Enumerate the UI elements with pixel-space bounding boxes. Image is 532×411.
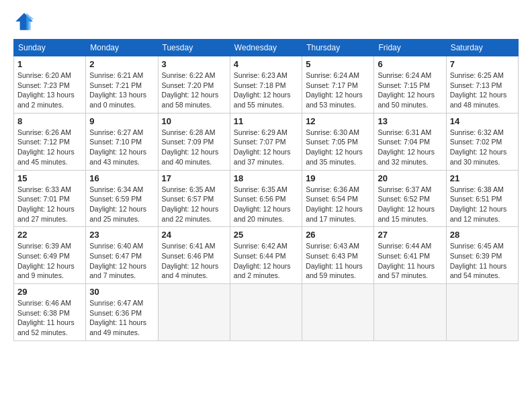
calendar-cell (302, 284, 374, 341)
day-number: 10 (162, 116, 226, 126)
calendar-week-row: 8 Sunrise: 6:26 AM Sunset: 7:12 PM Dayli… (14, 113, 519, 170)
calendar-cell: 16 Sunrise: 6:34 AM Sunset: 6:59 PM Dayl… (86, 170, 158, 227)
day-info: Sunrise: 6:28 AM Sunset: 7:09 PM Dayligh… (162, 128, 226, 167)
day-number: 23 (89, 230, 154, 240)
day-number: 21 (450, 173, 515, 183)
col-header-friday: Friday (374, 40, 446, 56)
calendar-cell: 21 Sunrise: 6:38 AM Sunset: 6:51 PM Dayl… (446, 170, 518, 227)
day-number: 12 (306, 116, 370, 126)
day-number: 17 (162, 173, 226, 183)
calendar-cell: 19 Sunrise: 6:36 AM Sunset: 6:54 PM Dayl… (302, 170, 374, 227)
day-number: 16 (89, 173, 154, 183)
day-info: Sunrise: 6:35 AM Sunset: 6:57 PM Dayligh… (162, 185, 226, 224)
day-info: Sunrise: 6:47 AM Sunset: 6:36 PM Dayligh… (89, 298, 154, 338)
day-number: 19 (306, 173, 370, 183)
day-number: 2 (89, 59, 154, 69)
day-number: 9 (89, 116, 154, 126)
calendar-cell: 2 Sunrise: 6:21 AM Sunset: 7:21 PM Dayli… (86, 56, 158, 113)
day-info: Sunrise: 6:31 AM Sunset: 7:04 PM Dayligh… (378, 128, 442, 167)
day-number: 7 (450, 59, 515, 69)
day-number: 11 (234, 116, 298, 126)
day-info: Sunrise: 6:22 AM Sunset: 7:20 PM Dayligh… (162, 71, 226, 110)
calendar-cell: 28 Sunrise: 6:45 AM Sunset: 6:39 PM Dayl… (446, 227, 518, 284)
calendar-cell: 10 Sunrise: 6:28 AM Sunset: 7:09 PM Dayl… (158, 113, 230, 170)
calendar-page: SundayMondayTuesdayWednesdayThursdayFrid… (0, 0, 532, 411)
day-info: Sunrise: 6:36 AM Sunset: 6:54 PM Dayligh… (306, 185, 370, 224)
col-header-tuesday: Tuesday (158, 40, 230, 56)
day-info: Sunrise: 6:20 AM Sunset: 7:23 PM Dayligh… (17, 71, 82, 110)
calendar-cell: 1 Sunrise: 6:20 AM Sunset: 7:23 PM Dayli… (14, 56, 86, 113)
calendar-cell: 7 Sunrise: 6:25 AM Sunset: 7:13 PM Dayli… (446, 56, 518, 113)
calendar-cell: 24 Sunrise: 6:41 AM Sunset: 6:46 PM Dayl… (158, 227, 230, 284)
calendar-cell: 15 Sunrise: 6:33 AM Sunset: 7:01 PM Dayl… (14, 170, 86, 227)
day-number: 14 (450, 116, 515, 126)
day-info: Sunrise: 6:32 AM Sunset: 7:02 PM Dayligh… (450, 128, 515, 167)
day-info: Sunrise: 6:38 AM Sunset: 6:51 PM Dayligh… (450, 185, 515, 224)
day-info: Sunrise: 6:35 AM Sunset: 6:56 PM Dayligh… (234, 185, 298, 224)
calendar-cell: 23 Sunrise: 6:40 AM Sunset: 6:47 PM Dayl… (86, 227, 158, 284)
calendar-header-row: SundayMondayTuesdayWednesdayThursdayFrid… (14, 40, 519, 56)
day-number: 4 (234, 59, 298, 69)
calendar-cell: 12 Sunrise: 6:30 AM Sunset: 7:05 PM Dayl… (302, 113, 374, 170)
day-number: 28 (450, 230, 515, 240)
day-info: Sunrise: 6:45 AM Sunset: 6:39 PM Dayligh… (450, 241, 515, 281)
calendar-cell: 6 Sunrise: 6:24 AM Sunset: 7:15 PM Dayli… (374, 56, 446, 113)
calendar-cell: 27 Sunrise: 6:44 AM Sunset: 6:41 PM Dayl… (374, 227, 446, 284)
calendar-cell: 13 Sunrise: 6:31 AM Sunset: 7:04 PM Dayl… (374, 113, 446, 170)
calendar-cell: 8 Sunrise: 6:26 AM Sunset: 7:12 PM Dayli… (14, 113, 86, 170)
day-number: 30 (89, 287, 154, 297)
calendar-cell: 5 Sunrise: 6:24 AM Sunset: 7:17 PM Dayli… (302, 56, 374, 113)
day-number: 8 (17, 116, 82, 126)
day-info: Sunrise: 6:46 AM Sunset: 6:38 PM Dayligh… (17, 298, 82, 338)
day-info: Sunrise: 6:42 AM Sunset: 6:44 PM Dayligh… (234, 241, 298, 281)
calendar-cell: 25 Sunrise: 6:42 AM Sunset: 6:44 PM Dayl… (230, 227, 302, 284)
calendar-cell: 22 Sunrise: 6:39 AM Sunset: 6:49 PM Dayl… (14, 227, 86, 284)
day-info: Sunrise: 6:33 AM Sunset: 7:01 PM Dayligh… (17, 185, 82, 224)
calendar-cell: 9 Sunrise: 6:27 AM Sunset: 7:10 PM Dayli… (86, 113, 158, 170)
day-number: 18 (234, 173, 298, 183)
calendar-cell: 3 Sunrise: 6:22 AM Sunset: 7:20 PM Dayli… (158, 56, 230, 113)
calendar-cell: 20 Sunrise: 6:37 AM Sunset: 6:52 PM Dayl… (374, 170, 446, 227)
calendar-cell: 18 Sunrise: 6:35 AM Sunset: 6:56 PM Dayl… (230, 170, 302, 227)
col-header-monday: Monday (86, 40, 158, 56)
day-info: Sunrise: 6:44 AM Sunset: 6:41 PM Dayligh… (378, 241, 442, 281)
day-number: 25 (234, 230, 298, 240)
day-info: Sunrise: 6:34 AM Sunset: 6:59 PM Dayligh… (89, 185, 154, 224)
day-info: Sunrise: 6:26 AM Sunset: 7:12 PM Dayligh… (17, 128, 82, 167)
page-header (13, 11, 519, 32)
calendar-cell: 14 Sunrise: 6:32 AM Sunset: 7:02 PM Dayl… (446, 113, 518, 170)
calendar-week-row: 1 Sunrise: 6:20 AM Sunset: 7:23 PM Dayli… (14, 56, 519, 113)
col-header-saturday: Saturday (446, 40, 518, 56)
calendar-cell (446, 284, 518, 341)
calendar-cell (230, 284, 302, 341)
day-number: 5 (306, 59, 370, 69)
day-info: Sunrise: 6:25 AM Sunset: 7:13 PM Dayligh… (450, 71, 515, 110)
day-number: 13 (378, 116, 442, 126)
col-header-thursday: Thursday (302, 40, 374, 56)
day-number: 27 (378, 230, 442, 240)
calendar-cell: 17 Sunrise: 6:35 AM Sunset: 6:57 PM Dayl… (158, 170, 230, 227)
day-info: Sunrise: 6:30 AM Sunset: 7:05 PM Dayligh… (306, 128, 370, 167)
day-info: Sunrise: 6:37 AM Sunset: 6:52 PM Dayligh… (378, 185, 442, 224)
day-info: Sunrise: 6:41 AM Sunset: 6:46 PM Dayligh… (162, 241, 226, 281)
day-number: 6 (378, 59, 442, 69)
logo (13, 11, 38, 32)
day-number: 3 (162, 59, 226, 69)
day-info: Sunrise: 6:21 AM Sunset: 7:21 PM Dayligh… (89, 71, 154, 110)
day-number: 20 (378, 173, 442, 183)
day-info: Sunrise: 6:23 AM Sunset: 7:18 PM Dayligh… (234, 71, 298, 110)
day-info: Sunrise: 6:27 AM Sunset: 7:10 PM Dayligh… (89, 128, 154, 167)
calendar-cell: 4 Sunrise: 6:23 AM Sunset: 7:18 PM Dayli… (230, 56, 302, 113)
day-number: 22 (17, 230, 82, 240)
day-info: Sunrise: 6:43 AM Sunset: 6:43 PM Dayligh… (306, 241, 370, 281)
calendar-cell: 30 Sunrise: 6:47 AM Sunset: 6:36 PM Dayl… (86, 284, 158, 341)
logo-icon (13, 11, 35, 32)
calendar-week-row: 29 Sunrise: 6:46 AM Sunset: 6:38 PM Dayl… (14, 284, 519, 341)
day-number: 15 (17, 173, 82, 183)
calendar-table: SundayMondayTuesdayWednesdayThursdayFrid… (13, 39, 519, 341)
day-number: 1 (17, 59, 82, 69)
day-number: 29 (17, 287, 82, 297)
col-header-sunday: Sunday (14, 40, 86, 56)
calendar-cell: 29 Sunrise: 6:46 AM Sunset: 6:38 PM Dayl… (14, 284, 86, 341)
day-info: Sunrise: 6:39 AM Sunset: 6:49 PM Dayligh… (17, 241, 82, 281)
